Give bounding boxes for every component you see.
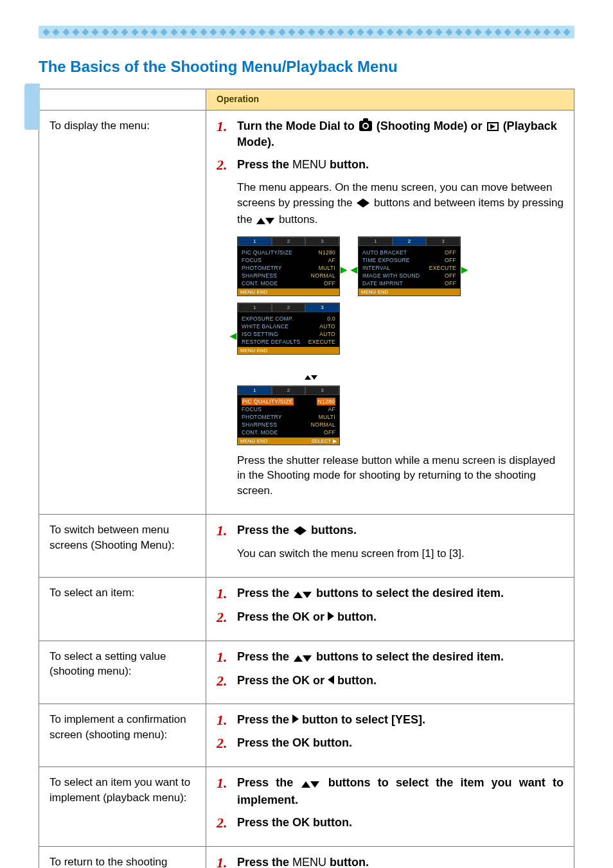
row-confirm-label: To implement a confirmation screen (shoo… bbox=[39, 704, 206, 767]
step-text: Press the OK or button. bbox=[237, 673, 564, 689]
row-select-item-label: To select an item: bbox=[39, 577, 206, 641]
menu-screen-2: ◀ ▶ 123 AUTO BRACKETOFFTIME EXPOSUREOFFI… bbox=[358, 236, 461, 296]
row-playback-item-label: To select an item you want to implement … bbox=[39, 766, 206, 846]
header-blank bbox=[39, 89, 206, 111]
step-number: 1 bbox=[217, 585, 232, 603]
step-text: Press the MENU button. bbox=[237, 157, 564, 173]
step-text: Press the buttons to select the desired … bbox=[237, 585, 564, 603]
camera-icon bbox=[359, 121, 372, 131]
row-select-value-label: To select a setting value (shooting menu… bbox=[39, 641, 206, 704]
playback-icon bbox=[487, 122, 499, 131]
body-text: Press the shutter release button while a… bbox=[237, 453, 564, 499]
menu-screen-3: ◀ 123 EXPOSURE COMP.0.0WHITE BALANCEAUTO… bbox=[237, 303, 340, 355]
menu-screenshots: ▶ 123 PIC QUALITY/SIZEN1280FOCUSAFPHOTOM… bbox=[237, 236, 564, 445]
up-down-icon bbox=[294, 650, 312, 666]
row-confirm-operation: 1 Press the button to select [YES]. 2 Pr… bbox=[206, 704, 574, 767]
nav-right-icon: ▶ bbox=[461, 264, 468, 276]
left-triangle-icon bbox=[328, 675, 334, 684]
menu-screen-1: ▶ 123 PIC QUALITY/SIZEN1280FOCUSAFPHOTOM… bbox=[237, 236, 340, 296]
step-number: 1 bbox=[217, 649, 232, 666]
step-text: Press the button to select [YES]. bbox=[237, 712, 564, 729]
body-text: The menu appears. On the menu screen, yo… bbox=[237, 180, 564, 228]
step-number: 1 bbox=[217, 712, 232, 729]
step-text: Press the buttons. bbox=[237, 522, 564, 540]
up-down-icon bbox=[256, 213, 274, 229]
menu-screen-4: 123 PIC QUALITY/SIZEN1280FOCUSAFPHOTOMET… bbox=[237, 385, 340, 445]
row-switch-screens-operation: 1 Press the buttons. You can switch the … bbox=[206, 514, 574, 577]
step-number: 1 bbox=[217, 855, 232, 868]
row-return-label: To return to the shooting screen/playbac… bbox=[39, 846, 206, 868]
step-number: 1 bbox=[217, 522, 232, 540]
side-tab bbox=[24, 84, 40, 130]
step-text: Turn the Mode Dial to (Shooting Mode) or… bbox=[237, 118, 564, 150]
header-operation: Operation bbox=[206, 89, 574, 111]
right-triangle-icon bbox=[292, 714, 299, 723]
row-select-value-operation: 1 Press the buttons to select the desire… bbox=[206, 641, 574, 704]
nav-left-icon: ◀ bbox=[230, 330, 236, 342]
step-text: Press the OK button. bbox=[237, 735, 564, 752]
page: The Basics of the Shooting Menu/Playback… bbox=[0, 0, 613, 868]
up-down-icon bbox=[294, 587, 312, 603]
row-playback-item-operation: 1 Press the buttons to select the item y… bbox=[206, 766, 574, 846]
step-text: Press the buttons to select the item you… bbox=[237, 775, 564, 808]
right-triangle-icon bbox=[328, 612, 334, 621]
nav-left-icon: ◀ bbox=[351, 264, 357, 276]
step-number: 2 bbox=[217, 815, 232, 831]
decorative-diamond-bar bbox=[39, 26, 574, 39]
row-select-item-operation: 1 Press the buttons to select the desire… bbox=[206, 577, 574, 641]
step-number: 2 bbox=[217, 673, 232, 689]
step-number: 1 bbox=[217, 118, 232, 150]
step-text: Press the OK or button. bbox=[237, 609, 564, 626]
up-down-icon bbox=[301, 776, 319, 792]
up-down-icon bbox=[282, 369, 340, 384]
row-display-menu-operation: 1 Turn the Mode Dial to (Shooting Mode) … bbox=[206, 110, 574, 514]
row-display-menu-label: To display the menu: bbox=[39, 110, 206, 514]
step-number: 2 bbox=[217, 157, 232, 173]
nav-right-icon: ▶ bbox=[341, 264, 347, 276]
left-right-icon bbox=[294, 524, 306, 540]
body-text: You can switch the menu screen from [1] … bbox=[237, 546, 564, 562]
step-number: 2 bbox=[217, 735, 232, 752]
left-right-icon bbox=[357, 197, 369, 212]
step-text: Press the OK button. bbox=[237, 815, 564, 831]
row-switch-screens-label: To switch between menu screens (Shooting… bbox=[39, 514, 206, 577]
step-number: 1 bbox=[217, 775, 232, 808]
step-text: Press the MENU button. bbox=[237, 855, 564, 868]
page-heading: The Basics of the Shooting Menu/Playback… bbox=[39, 58, 574, 76]
step-text: Press the buttons to select the desired … bbox=[237, 649, 564, 666]
instructions-table: Operation To display the menu: 1 Turn th… bbox=[39, 89, 574, 868]
row-return-operation: 1 Press the MENU button. bbox=[206, 846, 574, 868]
step-number: 2 bbox=[217, 609, 232, 626]
